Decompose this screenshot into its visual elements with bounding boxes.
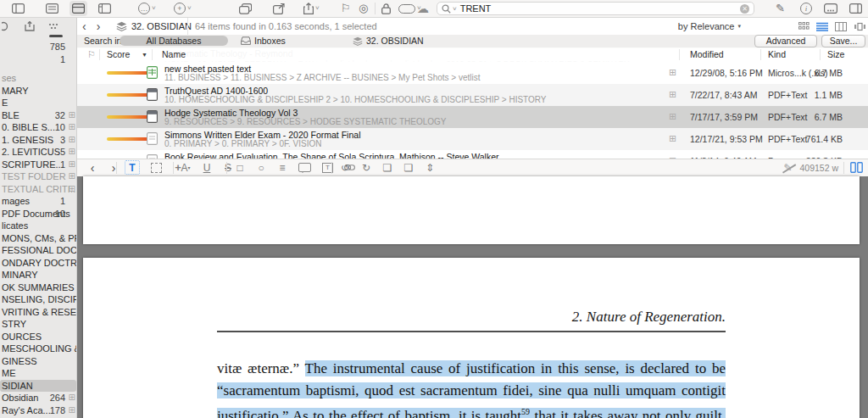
flag-icon[interactable]: ⚐ (341, 1, 351, 16)
sync-cloud-icon[interactable]: ☁ (417, 1, 429, 16)
pdf-back-button[interactable]: ‹ (87, 161, 97, 174)
table-row[interactable]: TruthQuest AD 1400-160010. HOMESCHOOLING… (77, 84, 868, 106)
scope-obsidian[interactable]: 32. OBSIDIAN (353, 36, 424, 46)
sidebar-item[interactable]: licates (0, 220, 76, 232)
sidebar-item[interactable]: NSELING, DISCIP... (0, 293, 76, 306)
back-button[interactable]: ‹ (82, 20, 86, 33)
advanced-button[interactable]: Advanced (754, 35, 817, 47)
table-row[interactable]: Book Review and Evaluation, The Shape of… (77, 150, 868, 159)
sidebar-item[interactable]: TEXTUAL CRITI...⊞ (0, 183, 76, 196)
delete-page-icon[interactable]: ❏ (403, 161, 414, 174)
sidebar-item[interactable]: 2. LEVITICUS5⊞ (0, 146, 76, 159)
sidebar-item[interactable]: STRY (0, 318, 76, 331)
table-row[interactable]: Hodge Systematic Theology Vol 39. RESOUR… (77, 106, 868, 128)
grid-icon[interactable]: ⊞ (69, 134, 75, 147)
drag-handle[interactable] (49, 35, 63, 37)
save-search-button[interactable]: Save... (821, 35, 865, 47)
sidebar-item[interactable]: mages1 (0, 195, 76, 208)
lock-icon[interactable] (381, 1, 391, 16)
flag-column-icon[interactable]: ⚐ (87, 49, 96, 60)
sidebar-item[interactable]: MONS, CMs, & PR... (0, 232, 76, 245)
more-actions-icon[interactable] (824, 1, 837, 16)
scope-all-databases[interactable]: All Databases (120, 36, 228, 46)
icon-view-icon[interactable] (798, 22, 810, 31)
sidebar-item[interactable]: Obsidian264⊞ (0, 392, 76, 404)
sidebar-item[interactable]: TEST FOLDER⊞ (0, 170, 76, 183)
pdf-forward-button[interactable]: › (108, 161, 119, 174)
preview-pane-icon[interactable] (98, 1, 111, 16)
column-modified[interactable]: Modified (690, 49, 724, 59)
open-externally-icon[interactable] (273, 1, 285, 16)
sidebar-item[interactable]: VRITING & RESEA... (0, 306, 76, 319)
coverflow-view-icon[interactable] (854, 22, 866, 31)
rectangle-shape-tool[interactable]: □ (235, 161, 245, 174)
sidebar-item[interactable]: BLE32⊞ (0, 109, 76, 122)
grid-icon[interactable]: ⊞ (69, 159, 75, 171)
column-view-icon[interactable] (835, 22, 847, 31)
text-selection-tool[interactable]: T (125, 160, 140, 175)
add-page-icon[interactable]: ❏ (382, 161, 392, 174)
toggle-inspector-icon[interactable] (849, 1, 862, 16)
grid-icon[interactable]: ⊞ (669, 155, 676, 159)
new-item-menu-icon[interactable]: + ˅ (174, 1, 192, 16)
target-icon[interactable]: ◎ (359, 1, 368, 16)
column-size[interactable]: Size (827, 49, 844, 59)
info-icon[interactable]: i (800, 1, 812, 16)
forward-button[interactable]: › (97, 20, 101, 33)
sidebar-item[interactable]: MINARY (0, 269, 76, 281)
table-row[interactable]: new sheet pasted text11. BUSINESS > 11. … (77, 62, 868, 84)
rotate-right-icon[interactable]: ↻ (361, 161, 371, 174)
column-kind[interactable]: Kind (768, 49, 786, 59)
widgets-icon[interactable] (47, 21, 59, 31)
sidebar-item[interactable]: ses (0, 72, 76, 85)
toggle-sidebar-icon[interactable] (12, 1, 25, 16)
sidebar-item[interactable]: PDF Documents10 (0, 208, 76, 220)
resize-icon[interactable]: ⇕ (425, 161, 435, 174)
sidebar-item[interactable]: ME (0, 367, 76, 380)
share-icon[interactable]: ˅ (303, 1, 320, 16)
grid-icon[interactable]: ⊞ (669, 67, 676, 78)
sidebar-item[interactable]: MARY (0, 85, 76, 98)
sidebar-item[interactable]: 1. GENESIS3⊞ (0, 134, 76, 147)
scope-inboxes[interactable]: Inboxes (241, 36, 286, 46)
grid-icon[interactable]: ⊞ (69, 121, 75, 134)
sidebar-item[interactable]: E (0, 97, 76, 109)
clear-search-icon[interactable]: ✕ (740, 4, 749, 14)
import-icon[interactable] (25, 21, 36, 31)
sidebar-item[interactable]: SCRIPTURE...1⊞ (0, 159, 76, 171)
line-tool[interactable]: ≡ (277, 161, 287, 174)
sort-dropdown[interactable]: by Relevance ▾ (678, 18, 741, 35)
sidebar-item[interactable]: OURCES (0, 331, 76, 343)
pdf-preview-area[interactable]: 2. Nature of Regeneration. vitæ æternæ.”… (77, 176, 868, 418)
list-view-active-icon[interactable] (816, 22, 828, 31)
column-score[interactable]: Score (107, 49, 130, 59)
sidebar-item[interactable]: SIDIAN (0, 380, 76, 393)
duplicate-icon[interactable] (239, 1, 252, 16)
rotate-left-icon[interactable]: ↺ (340, 161, 350, 174)
sidebar-item[interactable]: GINESS (0, 355, 76, 368)
table-row[interactable]: Simmons Written Elder Exam - 2020 Format… (77, 128, 868, 150)
breadcrumb[interactable]: 32. OBSIDIAN (131, 21, 192, 31)
grid-icon[interactable]: ⊞ (69, 404, 75, 417)
grid-icon[interactable]: ⊞ (669, 133, 676, 144)
circle-shape-tool[interactable]: ○ (256, 161, 266, 174)
grid-icon[interactable]: ⊞ (669, 111, 676, 122)
sidebar-item[interactable]: 0. BIBLE S...10⊞ (0, 121, 76, 134)
thumbnails-pane-icon[interactable] (850, 162, 863, 173)
grid-icon[interactable]: ⊞ (69, 109, 75, 122)
sidebar-item[interactable]: Ray's Aca...178⊞ (0, 404, 76, 417)
tag-icon[interactable] (2, 21, 13, 31)
underline-tool[interactable]: U (202, 161, 212, 174)
grid-icon[interactable]: ⊞ (69, 183, 75, 196)
comment-tool[interactable] (298, 161, 311, 174)
sidebar-item[interactable]: FESSIONAL DOCT... (0, 244, 76, 257)
actions-menu-icon[interactable]: … ˅ (138, 1, 156, 16)
rect-selection-tool[interactable] (151, 161, 162, 174)
grid-icon[interactable]: ⊞ (669, 89, 676, 100)
strikethrough-tool[interactable]: S (223, 161, 233, 174)
grid-icon[interactable]: ⊞ (69, 392, 75, 404)
grid-icon[interactable]: ⊞ (69, 146, 75, 159)
search-input[interactable]: ˅ TRENT ✕ (437, 2, 754, 15)
sidebar-item[interactable]: MESCHOOLING &... (0, 343, 76, 355)
sort-desc-icon[interactable]: ▼ (142, 52, 147, 58)
